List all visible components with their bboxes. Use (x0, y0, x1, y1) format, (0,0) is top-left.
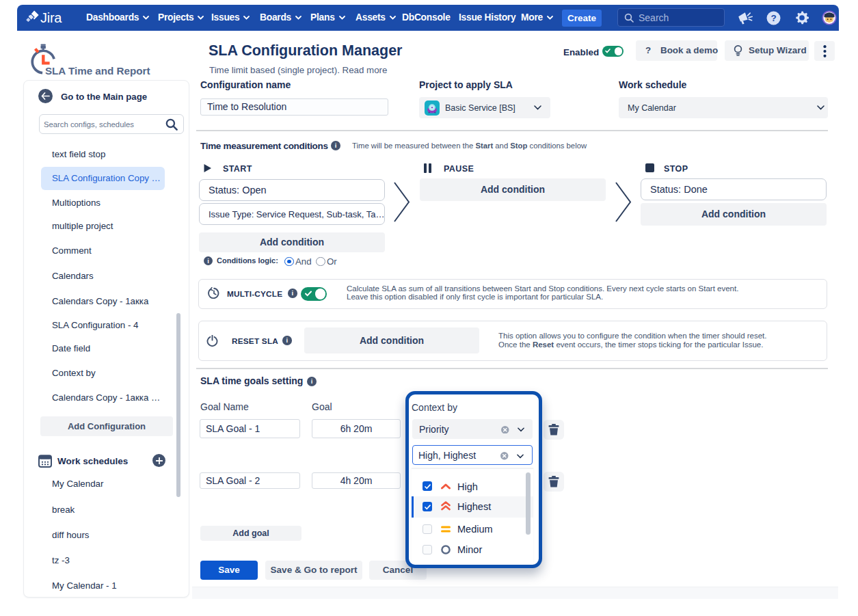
svg-text:?: ? (770, 13, 776, 23)
svg-text:SLA Time and Report: SLA Time and Report (45, 65, 150, 77)
